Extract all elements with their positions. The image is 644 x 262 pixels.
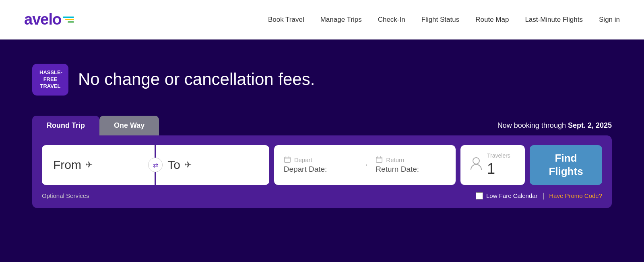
find-flights-button[interactable]: Find Flights: [530, 145, 602, 185]
traveler-icon: [470, 157, 482, 173]
hero-tagline: No change or cancellation fees.: [78, 70, 315, 89]
travelers-field[interactable]: Travelers 1: [460, 145, 525, 185]
main-nav: Book Travel Manage Trips Check-In Flight…: [268, 16, 620, 24]
separator: |: [543, 191, 545, 200]
from-field[interactable]: From ✈: [42, 145, 155, 185]
depart-header: Depart: [284, 156, 354, 163]
svg-rect-4: [376, 157, 382, 163]
date-arrow: →: [354, 160, 376, 170]
calendar-icon: [284, 156, 291, 163]
dates-field[interactable]: Depart Depart Date: →: [274, 145, 456, 185]
swap-icon: ⇄: [153, 161, 158, 169]
depart-section: Depart Depart Date:: [284, 156, 354, 174]
logo-text: avelo: [24, 11, 61, 28]
tab-one-way[interactable]: One Way: [99, 116, 159, 135]
tabs-and-date-row: Round Trip One Way Now booking through S…: [32, 116, 612, 135]
swap-button[interactable]: ⇄: [148, 158, 163, 172]
nav-book-travel[interactable]: Book Travel: [268, 16, 304, 24]
low-fare-checkbox[interactable]: [476, 192, 483, 200]
hassle-free-badge: HASSLE- FREE TRAVEL: [32, 64, 68, 96]
from-to-container: From ✈ ⇄ To ✈: [42, 145, 269, 185]
return-date-value: Return Date:: [376, 165, 446, 174]
trip-type-tabs: Round Trip One Way: [32, 116, 159, 135]
logo[interactable]: avelo: [24, 11, 74, 28]
booking-widget: Round Trip One Way Now booking through S…: [32, 116, 612, 208]
hero-section: HASSLE- FREE TRAVEL No change or cancell…: [0, 40, 644, 262]
nav-sign-in[interactable]: Sign in: [599, 16, 620, 24]
bottom-right-options: Low Fare Calendar | Have Promo Code?: [476, 191, 602, 200]
svg-point-8: [473, 158, 479, 164]
nav-manage-trips[interactable]: Manage Trips: [320, 16, 362, 24]
travelers-count: 1: [487, 160, 510, 177]
svg-rect-0: [284, 157, 290, 163]
travelers-label: Travelers: [487, 152, 510, 159]
nav-flight-status[interactable]: Flight Status: [421, 16, 460, 24]
optional-services-link[interactable]: Optional Services: [42, 192, 89, 199]
from-plane-icon: ✈: [85, 160, 93, 170]
low-fare-label: Low Fare Calendar: [486, 192, 538, 199]
booking-through: Now booking through Sept. 2, 2025: [497, 121, 612, 135]
nav-last-minute[interactable]: Last-Minute Flights: [525, 16, 583, 24]
tab-round-trip[interactable]: Round Trip: [32, 116, 99, 135]
search-widget: From ✈ ⇄ To ✈: [32, 135, 612, 208]
header: avelo Book Travel Manage Trips Check-In …: [0, 0, 644, 40]
return-section: Return Return Date:: [376, 156, 446, 174]
depart-date-value: Depart Date:: [284, 165, 354, 174]
travelers-info: Travelers 1: [487, 152, 510, 177]
from-label: From: [53, 158, 81, 172]
nav-check-in[interactable]: Check-In: [378, 16, 405, 24]
logo-icon: [63, 17, 74, 23]
to-label: To: [167, 158, 180, 172]
to-plane-icon: ✈: [184, 160, 192, 170]
search-fields-row: From ✈ ⇄ To ✈: [42, 145, 602, 185]
widget-bottom-row: Optional Services Low Fare Calendar | Ha…: [42, 191, 602, 200]
nav-route-map[interactable]: Route Map: [475, 16, 509, 24]
to-field[interactable]: To ✈: [156, 145, 269, 185]
hero-top: HASSLE- FREE TRAVEL No change or cancell…: [32, 64, 612, 96]
promo-code-link[interactable]: Have Promo Code?: [549, 192, 602, 199]
low-fare-calendar-option[interactable]: Low Fare Calendar: [476, 192, 538, 200]
return-calendar-icon: [376, 156, 383, 163]
return-header: Return: [376, 156, 446, 163]
